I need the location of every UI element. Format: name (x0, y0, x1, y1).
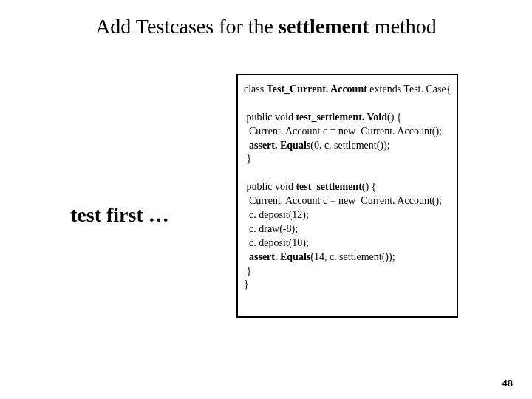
code-text: (0, c. settlement()); (310, 140, 389, 151)
subheading-text: test first … (70, 203, 169, 226)
code-line: c. deposit(10); (244, 236, 452, 250)
code-line: public void test_settlement. Void() { (244, 111, 452, 125)
code-line: class Test_Current. Account extends Test… (244, 83, 452, 97)
code-line: } (244, 265, 452, 279)
code-line: Current. Account c = new Current. Accoun… (244, 125, 452, 139)
code-text: class (244, 83, 267, 95)
code-line: } (244, 278, 452, 292)
code-line: c. deposit(12); (244, 208, 452, 222)
title-pre: Add Testcases for the (95, 15, 279, 38)
code-bold: assert. Equals (249, 251, 310, 262)
code-bold: assert. Equals (249, 140, 310, 151)
code-bold: Test_Current. Account (267, 83, 367, 95)
code-text: public void (244, 112, 296, 123)
code-text: (14, c. settlement()); (310, 251, 395, 262)
code-text (244, 140, 249, 151)
slide: Add Testcases for the settlement method … (0, 0, 532, 399)
code-line: public void test_settlement() { (244, 180, 452, 194)
code-text: extends Test. Case{ (367, 83, 451, 95)
code-line: } (244, 152, 452, 166)
title-bold: settlement (279, 15, 369, 38)
code-line: Current. Account c = new Current. Accoun… (244, 194, 452, 208)
code-bold: test_settlement (296, 181, 361, 192)
code-text: public void (244, 181, 296, 192)
code-line: c. draw(-8); (244, 222, 452, 236)
code-box: class Test_Current. Account extends Test… (236, 74, 458, 318)
code-blank (244, 97, 452, 111)
code-text: () { (362, 181, 377, 192)
code-bold: test_settlement. Void (296, 112, 387, 123)
code-text (244, 251, 249, 262)
code-text: () { (387, 112, 402, 123)
slide-title: Add Testcases for the settlement method (0, 15, 532, 38)
subheading: test first … (70, 203, 169, 227)
code-line: assert. Equals(0, c. settlement()); (244, 139, 452, 153)
page-number: 48 (502, 378, 513, 389)
code-blank (244, 166, 452, 180)
code-line: assert. Equals(14, c. settlement()); (244, 250, 452, 265)
title-post: method (369, 15, 437, 38)
